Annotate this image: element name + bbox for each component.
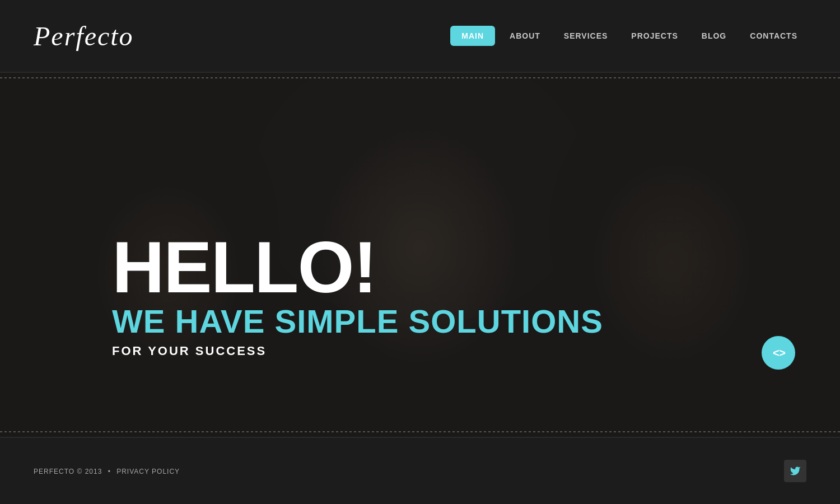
site-footer: PERFECTO © 2013 • PRIVACY POLICY	[0, 437, 840, 504]
nav-contacts[interactable]: CONTACTS	[741, 27, 806, 45]
hero-section: HELLO! WE HAVE SIMPLE SOLUTIONS FOR YOUR…	[0, 73, 840, 437]
slider-arrow-icon: < >	[773, 347, 784, 360]
hero-subtitle: WE HAVE SIMPLE SOLUTIONS	[112, 304, 603, 339]
slider-nav-button[interactable]: < >	[762, 336, 795, 370]
nav-services[interactable]: SERVICES	[555, 27, 617, 45]
footer-privacy-link[interactable]: PRIVACY POLICY	[116, 468, 180, 475]
footer-copyright-area: PERFECTO © 2013 • PRIVACY POLICY	[34, 466, 180, 476]
twitter-icon	[790, 465, 801, 477]
logo: Perfecto	[34, 21, 134, 52]
twitter-social-link[interactable]	[784, 460, 806, 482]
footer-copyright: PERFECTO © 2013 • PRIVACY POLICY	[34, 468, 180, 475]
nav-main[interactable]: MAIN	[450, 26, 495, 46]
hero-heading: HELLO!	[112, 231, 603, 304]
main-nav: MAIN ABOUT SERVICES PROJECTS BLOG CONTAC…	[450, 26, 806, 46]
nav-projects[interactable]: PROJECTS	[622, 27, 687, 45]
site-header: Perfecto MAIN ABOUT SERVICES PROJECTS BL…	[0, 0, 840, 73]
nav-about[interactable]: ABOUT	[501, 27, 549, 45]
nav-blog[interactable]: BLOG	[693, 27, 735, 45]
hero-tagline: FOR YOUR SUCCESS	[112, 344, 603, 358]
hero-content: HELLO! WE HAVE SIMPLE SOLUTIONS FOR YOUR…	[112, 231, 603, 358]
footer-separator: •	[105, 468, 113, 475]
